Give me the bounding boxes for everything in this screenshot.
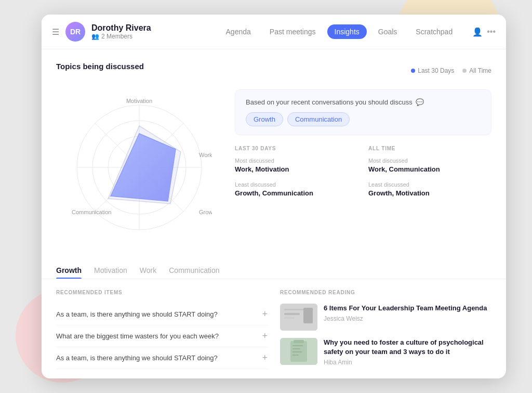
reading-info-1: 6 Items For Your Leadership Team Meeting…: [324, 304, 491, 331]
svg-rect-18: [303, 308, 313, 323]
topics-header: Topics being discussed Last 30 Days All …: [56, 62, 491, 79]
person-icon[interactable]: 👤: [472, 27, 483, 37]
tag-communication[interactable]: Communication: [287, 112, 350, 126]
recommendation-box: Based on your recent conversations you s…: [235, 89, 491, 135]
stat-least-alltime: Least discussed Growth, Motivation: [368, 181, 491, 197]
recommendation-title: Based on your recent conversations you s…: [246, 98, 481, 106]
menu-icon[interactable]: ☰: [52, 27, 59, 37]
legend-dot-30days: [411, 69, 415, 73]
user-info: Dorothy Rivera 👥 2 Members: [91, 23, 151, 40]
tab-past-meetings[interactable]: Past meetings: [262, 24, 323, 39]
svg-rect-23: [292, 351, 302, 352]
add-icon-1[interactable]: +: [262, 309, 268, 320]
main-content: Topics being discussed Last 30 Days All …: [42, 49, 506, 378]
recommended-items-section: RECOMMENDED ITEMS As a team, is there an…: [56, 290, 268, 373]
legend-alltime: All Time: [462, 67, 491, 74]
radar-svg: Motivation Work Growth Communication: [66, 95, 212, 240]
add-icon-3[interactable]: +: [262, 352, 268, 363]
tab-agenda[interactable]: Agenda: [219, 24, 258, 39]
tab-growth[interactable]: Growth: [56, 262, 82, 279]
recommended-reading-title: RECOMMENDED READING: [280, 290, 491, 295]
tab-goals[interactable]: Goals: [371, 24, 405, 39]
chat-icon: 💬: [416, 98, 424, 106]
legend-30days: Last 30 Days: [411, 67, 454, 74]
app-window: ☰ DR Dorothy Rivera 👥 2 Members Agenda P…: [42, 15, 506, 378]
tab-scratchpad[interactable]: Scratchpad: [408, 24, 460, 39]
rec-item-3: As a team, is there anything we should S…: [56, 347, 268, 369]
header-actions: 👤 •••: [472, 27, 496, 37]
user-name: Dorothy Rivera: [91, 23, 151, 33]
tab-insights[interactable]: Insights: [327, 24, 367, 39]
outer-container: ☰ DR Dorothy Rivera 👥 2 Members Agenda P…: [0, 0, 532, 393]
rec-item-1: As a team, is there anything we should S…: [56, 304, 268, 325]
svg-rect-22: [292, 348, 300, 349]
recommended-items-title: RECOMMENDED ITEMS: [56, 290, 268, 295]
svg-text:Work: Work: [199, 152, 212, 158]
radar-container: Motivation Work Growth Communication: [56, 89, 222, 245]
avatar: DR: [65, 22, 85, 42]
svg-rect-16: [284, 317, 295, 319]
tab-motivation[interactable]: Motivation: [94, 262, 127, 279]
bottom-tabs: Growth Motivation Work Communication: [42, 262, 506, 279]
topics-title: Topics being discussed: [56, 62, 144, 71]
header: ☰ DR Dorothy Rivera 👥 2 Members Agenda P…: [42, 15, 506, 49]
svg-rect-24: [292, 355, 299, 356]
reading-thumb-2: [280, 338, 317, 365]
add-icon-2[interactable]: +: [262, 331, 268, 342]
stat-least-30days: Least discussed Growth, Communication: [235, 181, 358, 197]
svg-rect-15: [284, 313, 300, 315]
bottom-section: RECOMMENDED ITEMS As a team, is there an…: [56, 290, 491, 373]
stat-period-alltime: ALL TIME: [368, 146, 491, 151]
recommended-reading-section: RECOMMENDED READING: [280, 290, 491, 373]
stats-grid: LAST 30 DAYS Most discussed Work, Motiva…: [235, 146, 491, 205]
topic-tags: Growth Communication: [246, 112, 481, 126]
reading-thumb-1: [280, 304, 317, 331]
legend: Last 30 Days All Time: [411, 67, 491, 74]
nav-tabs: Agenda Past meetings Insights Goals Scra…: [219, 24, 460, 39]
svg-rect-21: [292, 345, 303, 346]
stat-most-30days: Most discussed Work, Motivation: [235, 158, 358, 173]
members-icon: 👥: [91, 33, 99, 40]
tag-growth[interactable]: Growth: [246, 112, 283, 126]
stat-most-alltime: Most discussed Work, Communication: [368, 158, 491, 173]
reading-item-2: Why you need to foster a culture of psyc…: [280, 338, 491, 366]
rec-item-2: What are the biggest time wasters for yo…: [56, 325, 268, 347]
insights-card: Based on your recent conversations you s…: [235, 89, 491, 245]
user-members: 👥 2 Members: [91, 33, 151, 40]
tab-work[interactable]: Work: [140, 262, 156, 279]
stat-period-30days: LAST 30 DAYS: [235, 146, 358, 151]
legend-dot-alltime: [462, 69, 467, 73]
more-icon[interactable]: •••: [487, 27, 496, 36]
reading-info-2: Why you need to foster a culture of psyc…: [324, 338, 491, 366]
svg-text:Growth: Growth: [199, 209, 212, 215]
topics-area: Motivation Work Growth Communication Bas…: [56, 89, 491, 245]
tab-communication[interactable]: Communication: [169, 262, 219, 279]
svg-text:Communication: Communication: [72, 209, 111, 215]
svg-text:Motivation: Motivation: [126, 98, 152, 104]
svg-rect-25: [294, 340, 304, 343]
stat-group-30days: LAST 30 DAYS Most discussed Work, Motiva…: [235, 146, 358, 205]
stat-group-alltime: ALL TIME Most discussed Work, Communicat…: [368, 146, 491, 205]
reading-item-1: 6 Items For Your Leadership Team Meeting…: [280, 304, 491, 331]
